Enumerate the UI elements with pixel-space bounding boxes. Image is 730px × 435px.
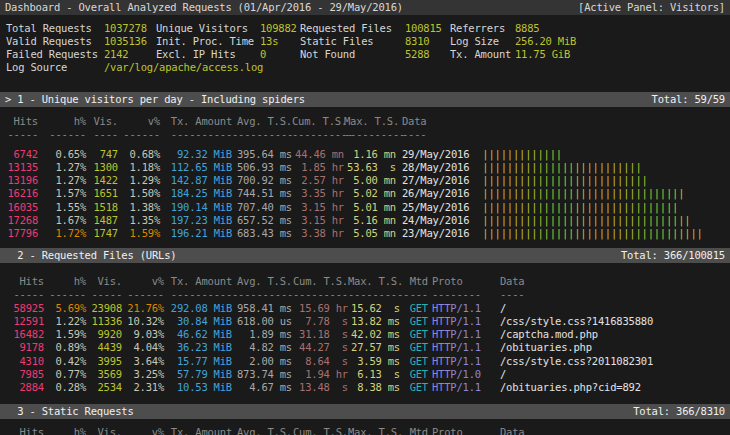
cell-vis: 1487 [86, 214, 118, 227]
table-row[interactable]: 162161.57%16511.50%184.25 MiB744.51 ms3.… [0, 187, 730, 200]
cell-hpct: 1.72% [38, 227, 86, 240]
cell-mtd: GET [400, 355, 428, 368]
col-dash-data: ---- [396, 128, 730, 141]
cell-data: 24/May/2016|||||||||||||||||||||||||||||… [396, 214, 730, 227]
cell-hits: 17796 [0, 227, 38, 240]
summary-row: Valid Requests1035136Init. Proc. Time13s… [0, 35, 730, 48]
hits-bar: |||||||||||||||||||||||||||||||| [482, 201, 678, 213]
col-header-cum: Cum. T.S. [292, 115, 344, 128]
cell-max: 6.13 s [348, 368, 400, 381]
cell-max: 15.62 s [348, 302, 400, 315]
col-header-vpct: v% [122, 275, 164, 288]
table-row[interactable]: 131351.27%13001.18%112.65 MiB506.93 ms1.… [0, 161, 730, 174]
table-row[interactable]: 91780.89%44394.04%36.23 MiB4.82 ms44.27 … [0, 341, 730, 354]
summary-label: Log Size [450, 35, 499, 48]
col-dash-vpct: ------ [118, 128, 160, 141]
cell-cum: 7.78 s [292, 315, 348, 328]
summary-value: 8310 [405, 35, 430, 48]
cell-proto: HTTP/1.1 [428, 341, 494, 354]
cell-hits: 13196 [0, 174, 38, 187]
summary-label: Referrers [450, 22, 505, 35]
cell-tx: 92.32 MiB [160, 148, 232, 161]
cell-vis: 2534 [86, 381, 122, 394]
table-row[interactable]: 67420.65%7470.68%92.32 MiB395.64 ms44.46… [0, 148, 730, 161]
panel-total: Total: 59/59 [652, 92, 725, 107]
cell-data: 28/May/2016|||||||||||||||||||||||||| [396, 161, 730, 174]
cell-hpct: 0.77% [44, 368, 86, 381]
cell-avg: 873.74 ms [232, 368, 292, 381]
cell-tx: 142.87 MiB [160, 174, 232, 187]
table-row[interactable]: 160351.55%15181.38%190.14 MiB707.40 ms3.… [0, 201, 730, 214]
cell-hpct: 1.22% [44, 315, 86, 328]
table-row[interactable]: 589255.69%2390821.76%292.08 MiB958.41 ms… [0, 302, 730, 315]
cell-proto: HTTP/1.1 [428, 355, 494, 368]
cell-avg: 700.92 ms [232, 174, 292, 187]
cell-hits: 7985 [0, 368, 44, 381]
cell-avg: 707.40 ms [232, 201, 292, 214]
summary-label: Excl. IP Hits [156, 48, 236, 61]
table-row[interactable]: 125911.22%1133610.32%30.84 MiB618.00 us7… [0, 315, 730, 328]
cell-data: / [494, 368, 730, 381]
cell-vis: 1651 [86, 187, 118, 200]
col-header-data: Data [494, 426, 730, 435]
table-row[interactable]: 172681.67%14871.35%197.23 MiB657.52 ms3.… [0, 214, 730, 227]
table-header-row: Hitsh%Vis.v%Tx. AmountAvg. T.S.Cum. T.S.… [0, 275, 730, 288]
table-row[interactable]: 28840.28%25342.31%10.53 MiB4.67 ms13.48 … [0, 381, 730, 394]
cell-hits: 6742 [0, 148, 38, 161]
cell-cum: 3.15 hr [292, 214, 344, 227]
table-row[interactable]: 164821.59%99209.03%46.62 MiB1.89 ms31.18… [0, 328, 730, 341]
cell-hpct: 5.69% [44, 302, 86, 315]
cell-max: 5.00 mn [344, 174, 396, 187]
cell-avg: 2.00 ms [232, 355, 292, 368]
goaccess-dashboard: Dashboard - Overall Analyzed Requests (0… [0, 0, 730, 435]
cell-mtd: GET [400, 302, 428, 315]
cell-proto: HTTP/1.0 [428, 368, 494, 381]
request-path: /css/style.css?1416835880 [500, 315, 653, 327]
table-row[interactable]: 43100.42%39953.64%15.77 MiB2.00 ms8.64 s… [0, 355, 730, 368]
col-header-cum: Cum. T.S. [292, 275, 348, 288]
col-dash-vis: ---- [86, 128, 118, 141]
table-row[interactable]: 177961.72%17471.59%196.21 MiB683.43 ms3.… [0, 227, 730, 240]
cell-proto: HTTP/1.1 [428, 328, 494, 341]
summary-value: 8885 [515, 22, 540, 35]
cell-vpct: 4.04% [122, 341, 164, 354]
cell-vpct: 1.29% [118, 174, 160, 187]
panel-header-requested-files[interactable]: 2 - Requested Files (URLs) Total: 366/10… [0, 248, 730, 263]
cell-hits: 9178 [0, 341, 44, 354]
col-dash-vpct: ------ [122, 288, 164, 301]
cell-hpct: 1.67% [38, 214, 86, 227]
summary-label: Total Requests [6, 22, 92, 35]
cell-max: 42.02 ms [348, 328, 400, 341]
page-title: Dashboard - Overall Analyzed Requests (0… [5, 0, 403, 15]
cell-hits: 58925 [0, 302, 44, 315]
cell-tx: 292.08 MiB [164, 302, 232, 315]
panel-header-static-requests[interactable]: 3 - Static Requests Total: 366/8310 [0, 404, 730, 419]
table-row[interactable]: 131961.27%14221.29%142.87 MiB700.92 ms2.… [0, 174, 730, 187]
cell-hpct: 1.27% [38, 174, 86, 187]
cell-data: 26/May/2016|||||||||||||||||||||||||||||… [396, 187, 730, 200]
title-bar: Dashboard - Overall Analyzed Requests (0… [0, 0, 730, 15]
cell-hpct: 1.57% [38, 187, 86, 200]
cell-data: / [494, 302, 730, 315]
summary-row: Failed Requests2142Excl. IP Hits0Not Fou… [0, 48, 730, 61]
hits-bar: ||||||||||||||||||||||||||||||||| [482, 187, 684, 199]
request-path: /obituaries.php [500, 341, 592, 353]
panel-header-unique-visitors[interactable]: > 1 - Unique visitors per day - Includin… [0, 92, 730, 107]
cell-cum: 3.15 hr [292, 201, 344, 214]
cell-hits: 16035 [0, 201, 38, 214]
cell-avg: 4.82 ms [232, 341, 292, 354]
cell-mtd: GET [400, 341, 428, 354]
summary-label: Valid Requests [6, 35, 92, 48]
summary-value: 11.75 GiB [515, 48, 570, 61]
request-path: / [500, 302, 506, 314]
summary-value: 1037278 [104, 22, 147, 35]
hits-bar: |||||||||||||||||||||||||||||||||| [482, 214, 690, 226]
cell-max: 13.82 ms [348, 315, 400, 328]
col-header-avg: Avg. T.S. [232, 115, 292, 128]
cell-vis: 4439 [86, 341, 122, 354]
table-row[interactable]: 79850.77%35693.25%57.79 MiB873.74 ms1.94… [0, 368, 730, 381]
col-header-vis: Vis. [86, 275, 122, 288]
panel-title: > 1 - Unique visitors per day - Includin… [5, 92, 305, 107]
cell-tx: 10.53 MiB [164, 381, 232, 394]
cell-data: /css/style.css?1416835880 [494, 315, 730, 328]
